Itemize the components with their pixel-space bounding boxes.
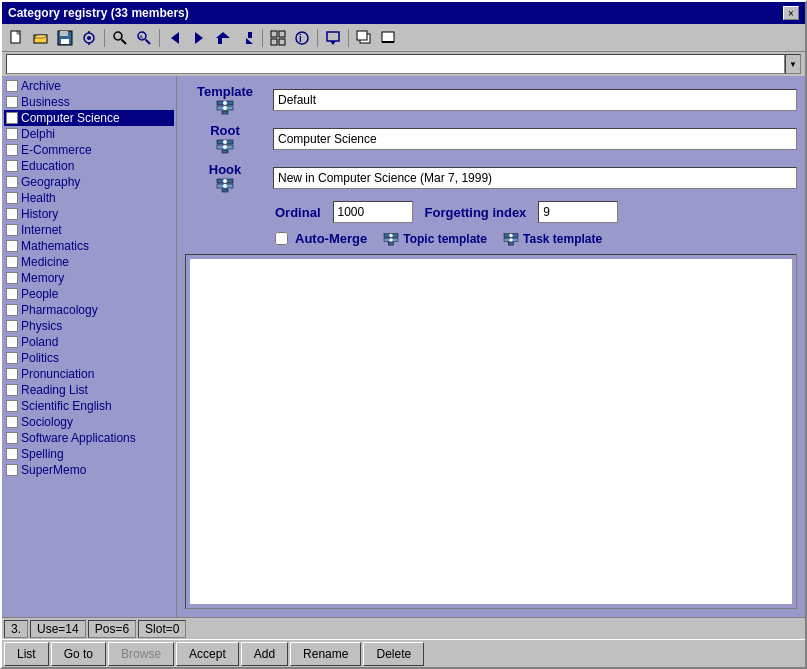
category-item[interactable]: Education [4,158,174,174]
category-checkbox[interactable] [6,464,18,476]
category-item[interactable]: Software Applications [4,430,174,446]
close-button[interactable]: × [783,6,799,20]
open-button[interactable] [30,27,52,49]
category-name: History [21,207,58,221]
category-checkbox[interactable] [6,192,18,204]
new-doc-button[interactable] [6,27,28,49]
category-checkbox[interactable] [6,368,18,380]
svg-rect-30 [357,31,367,40]
category-checkbox[interactable] [6,128,18,140]
template-row: Template [185,84,797,115]
category-item[interactable]: Sociology [4,414,174,430]
toolbar-sep-2 [159,29,160,47]
svg-rect-43 [222,150,228,153]
category-checkbox[interactable] [6,272,18,284]
ordinal-input[interactable] [333,201,413,223]
category-item[interactable]: Pharmacology [4,302,174,318]
category-item[interactable]: Physics [4,318,174,334]
category-checkbox[interactable] [6,432,18,444]
category-checkbox[interactable] [6,80,18,92]
add-button[interactable]: Add [241,642,288,666]
category-checkbox[interactable] [6,448,18,460]
rename-button[interactable]: Rename [290,642,361,666]
status-index: 3. [4,620,28,638]
category-item[interactable]: Business [4,94,174,110]
category-item[interactable]: History [4,206,174,222]
category-item[interactable]: Medicine [4,254,174,270]
automerge-label[interactable]: Auto-Merge [275,231,367,246]
category-checkbox[interactable] [6,288,18,300]
properties-button[interactable]: i [291,27,313,49]
find2-button[interactable]: A [133,27,155,49]
category-checkbox[interactable] [6,400,18,412]
category-item[interactable]: Scientific English [4,398,174,414]
up-button[interactable] [212,27,234,49]
hook-input[interactable] [273,167,797,189]
category-item[interactable]: Pronunciation [4,366,174,382]
forgetting-input[interactable] [538,201,618,223]
category-item[interactable]: Spelling [4,446,174,462]
category-checkbox[interactable] [6,320,18,332]
category-name: E-Commerce [21,143,92,157]
export-button[interactable] [322,27,344,49]
category-item[interactable]: People [4,286,174,302]
category-checkbox[interactable] [6,96,18,108]
svg-text:i: i [299,33,302,44]
automerge-checkbox[interactable] [275,232,288,245]
hook-label-container: Hook [185,162,265,193]
goto-button[interactable]: Go to [51,642,106,666]
svg-point-35 [223,101,227,105]
category-item[interactable]: Geography [4,174,174,190]
category-checkbox[interactable] [6,112,18,124]
category-checkbox[interactable] [6,144,18,156]
category-item[interactable]: Reading List [4,382,174,398]
category-checkbox[interactable] [6,160,18,172]
save-button[interactable] [54,27,76,49]
next-button[interactable] [188,27,210,49]
svg-marker-18 [216,32,230,38]
view-button[interactable] [78,27,100,49]
category-checkbox[interactable] [6,304,18,316]
down-button[interactable] [236,27,258,49]
category-item[interactable]: Internet [4,222,174,238]
category-item[interactable]: Politics [4,350,174,366]
minimize-window-button[interactable] [377,27,399,49]
category-item[interactable]: Poland [4,334,174,350]
prev-button[interactable] [164,27,186,49]
address-dropdown[interactable]: ▼ [785,54,801,74]
category-item[interactable]: Archive [4,78,174,94]
category-checkbox[interactable] [6,384,18,396]
delete-button[interactable]: Delete [363,642,424,666]
list-button[interactable]: List [4,642,49,666]
category-checkbox[interactable] [6,256,18,268]
svg-point-48 [223,184,227,188]
root-input[interactable] [273,128,797,150]
find-button[interactable] [109,27,131,49]
browse-button[interactable]: Browse [108,642,174,666]
hook-icon [216,177,234,193]
category-item[interactable]: SuperMemo [4,462,174,478]
category-item[interactable]: Mathematics [4,238,174,254]
category-item[interactable]: Memory [4,270,174,286]
category-checkbox[interactable] [6,240,18,252]
address-input[interactable] [6,54,785,74]
layout-button[interactable] [267,27,289,49]
topic-template-icon [383,232,399,246]
svg-point-10 [114,32,122,40]
ordinal-row: Ordinal Forgetting index [185,201,797,223]
category-checkbox[interactable] [6,352,18,364]
accept-button[interactable]: Accept [176,642,239,666]
window-button[interactable] [353,27,375,49]
category-checkbox[interactable] [6,176,18,188]
category-item[interactable]: E-Commerce [4,142,174,158]
category-list[interactable]: ArchiveBusinessComputer ScienceDelphiE-C… [2,76,176,617]
category-checkbox[interactable] [6,336,18,348]
category-checkbox[interactable] [6,224,18,236]
category-item[interactable]: Computer Science [4,110,174,126]
category-item[interactable]: Health [4,190,174,206]
category-checkbox[interactable] [6,416,18,428]
category-item[interactable]: Delphi [4,126,174,142]
template-input[interactable] [273,89,797,111]
template-label-container: Template [185,84,265,115]
category-checkbox[interactable] [6,208,18,220]
